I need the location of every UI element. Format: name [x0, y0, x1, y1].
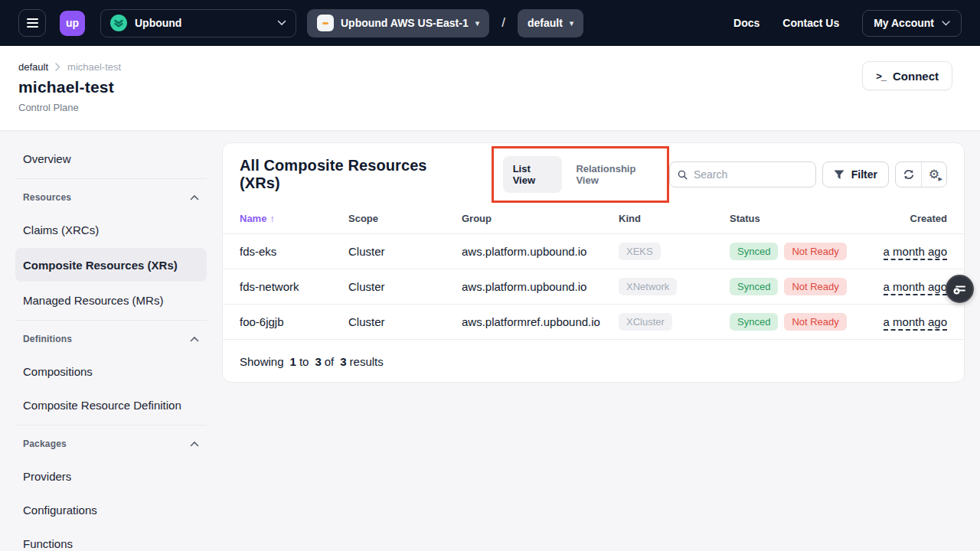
sidebar-item-providers[interactable]: Providers: [15, 459, 207, 493]
cell-name[interactable]: fds-eks: [240, 245, 348, 258]
cell-status: Synced Not Ready: [730, 243, 878, 260]
results-to: 3: [315, 355, 321, 368]
search-icon: [678, 169, 688, 181]
auto-refresh-settings-button[interactable]: ⚙ ▶: [921, 162, 946, 187]
search-box: [669, 161, 816, 187]
control-plane-dropdown[interactable]: Upbound AWS US-East-1 ▾: [307, 9, 489, 37]
group-dropdown[interactable]: default ▾: [518, 9, 583, 37]
path-separator: /: [501, 15, 505, 31]
cell-created: a month ago: [878, 280, 947, 293]
org-switcher-dropdown[interactable]: Upbound: [100, 9, 296, 37]
chevron-up-icon: [190, 441, 199, 447]
divider: [15, 320, 207, 321]
cell-status: Synced Not Ready: [730, 313, 878, 331]
column-header-created[interactable]: Created: [878, 213, 947, 224]
cell-name[interactable]: fds-network: [240, 280, 348, 293]
my-account-label: My Account: [874, 17, 934, 29]
contact-us-link[interactable]: Contact Us: [782, 17, 839, 29]
table-row[interactable]: foo-6jgjb Cluster aws.platformref.upboun…: [223, 304, 964, 339]
search-input[interactable]: [694, 168, 808, 181]
column-header-kind[interactable]: Kind: [619, 213, 730, 224]
chevron-down-icon: [942, 21, 950, 26]
caret-down-icon: ▾: [475, 19, 480, 28]
sidebar-item-claims[interactable]: Claims (XRCs): [15, 213, 207, 246]
org-switcher-label: Upbound: [135, 17, 270, 29]
connect-button[interactable]: >_ Connect: [862, 61, 952, 90]
table-row[interactable]: fds-eks Cluster aws.platform.upbound.io …: [223, 233, 964, 269]
column-header-name[interactable]: Name ↑: [240, 213, 348, 224]
table-row[interactable]: fds-network Cluster aws.platform.upbound…: [223, 269, 964, 304]
composite-resources-panel: All Composite Resources (XRs) List View …: [222, 142, 965, 383]
page-title: michael-test: [18, 78, 962, 96]
cell-group: aws.platformref.upbound.io: [462, 315, 619, 328]
column-header-group[interactable]: Group: [462, 213, 619, 224]
list-view-tab[interactable]: List View: [503, 156, 563, 193]
cell-kind: XEKS: [619, 243, 730, 260]
cell-created: a month ago: [878, 245, 947, 258]
results-summary: Showing 1 to 3 of 3 results: [223, 339, 964, 383]
cell-kind: XNetwork: [619, 278, 730, 295]
filter-button[interactable]: Filter: [822, 161, 889, 187]
connect-label: Connect: [893, 70, 939, 83]
sort-asc-icon: ↑: [270, 213, 275, 224]
cell-name[interactable]: foo-6jgjb: [240, 315, 348, 328]
breadcrumb-root[interactable]: default: [18, 61, 48, 73]
table-header: Name ↑ Scope Group Kind Status Created: [223, 203, 964, 233]
org-avatar-icon: [110, 15, 127, 31]
control-plane-label: Upbound AWS US-East-1: [341, 17, 469, 29]
control-plane-icon: [317, 15, 334, 31]
play-icon: ▶: [939, 176, 942, 181]
created-tooltip-link[interactable]: a month ago: [884, 245, 947, 260]
sidebar-item-functions[interactable]: Functions: [15, 527, 207, 551]
sidebar-item-overview[interactable]: Overview: [15, 142, 207, 175]
docs-link[interactable]: Docs: [733, 17, 760, 29]
cell-status: Synced Not Ready: [730, 278, 878, 295]
results-from: 1: [290, 355, 296, 368]
cell-scope: Cluster: [348, 315, 462, 328]
sidebar-item-composite-resources[interactable]: Composite Resources (XRs): [15, 248, 207, 282]
cell-created: a month ago: [878, 315, 947, 328]
cell-group: aws.platform.upbound.io: [462, 245, 619, 258]
synced-badge: Synced: [730, 278, 778, 295]
relationship-view-tab[interactable]: Relationship View: [573, 156, 657, 193]
created-tooltip-link[interactable]: a month ago: [884, 315, 947, 331]
refresh-button[interactable]: [896, 162, 921, 187]
sidebar-section-packages[interactable]: Packages: [15, 429, 207, 459]
sidebar-section-definitions[interactable]: Definitions: [15, 324, 207, 354]
group-label: default: [528, 17, 563, 29]
breadcrumb: default michael-test: [18, 61, 962, 73]
table-actions-group: ⚙ ▶: [895, 161, 947, 187]
sidebar-section-resources[interactable]: Resources: [15, 182, 207, 213]
not-ready-badge: Not Ready: [784, 278, 846, 295]
synced-badge: Synced: [730, 313, 778, 331]
synced-badge: Synced: [730, 243, 778, 260]
sidebar-item-managed-resources[interactable]: Managed Resources (MRs): [15, 283, 207, 317]
upbound-logo[interactable]: up: [60, 11, 85, 36]
view-toggle-highlight-box: List View Relationship View: [492, 146, 669, 203]
chevron-up-icon: [190, 336, 199, 342]
annotation-widget-button[interactable]: [946, 275, 974, 303]
divider: [15, 425, 207, 425]
hamburger-menu-icon[interactable]: [18, 9, 46, 37]
created-tooltip-link[interactable]: a month ago: [884, 280, 947, 295]
my-account-dropdown[interactable]: My Account: [862, 10, 962, 37]
caret-down-icon: ▾: [570, 19, 574, 28]
chevron-up-icon: [190, 194, 199, 201]
sidebar-item-composite-resource-definition[interactable]: Composite Resource Definition: [15, 388, 207, 422]
sidebar-item-compositions[interactable]: Compositions: [15, 354, 207, 388]
kind-badge: XEKS: [619, 243, 661, 260]
annotation-widget-icon: [952, 281, 969, 298]
column-header-scope[interactable]: Scope: [348, 213, 462, 224]
results-total: 3: [340, 355, 346, 368]
kind-badge: XCluster: [619, 313, 672, 331]
chevron-right-icon: [55, 63, 60, 71]
funnel-icon: [834, 170, 844, 180]
chevron-down-icon: [277, 20, 286, 26]
column-header-status[interactable]: Status: [730, 213, 878, 224]
breadcrumb-current: michael-test: [67, 61, 121, 73]
sidebar-item-configurations[interactable]: Configurations: [15, 493, 207, 527]
filter-label: Filter: [851, 168, 877, 181]
top-navbar: up Upbound Upbound AWS US-East-1 ▾ / def…: [0, 0, 980, 46]
divider: [15, 178, 207, 179]
terminal-icon: >_: [876, 70, 886, 82]
